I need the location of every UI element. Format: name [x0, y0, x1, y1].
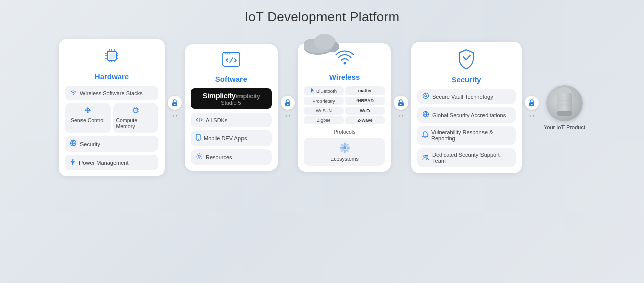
flower-icon — [339, 142, 350, 154]
proto-zwave[interactable]: Z-Wave — [345, 116, 385, 124]
iot-product: Your IoT Product — [544, 85, 585, 130]
ecosystems-label: Ecosystems — [330, 156, 359, 162]
svg-rect-59 — [400, 104, 402, 105]
proto-zigbee[interactable]: Zigbee — [304, 116, 344, 124]
iot-product-image — [546, 85, 583, 121]
hardware-security-label: Security — [80, 141, 100, 147]
svg-point-56 — [345, 143, 349, 147]
globe-icon — [70, 139, 77, 148]
svg-point-38 — [224, 53, 225, 54]
software-item-sdks[interactable]: All SDKs — [191, 113, 272, 127]
simplicity-product: Studio 5 — [197, 100, 266, 106]
svg-point-52 — [339, 147, 343, 149]
security-item-support-team[interactable]: Dedicated Security Support Team — [417, 148, 516, 167]
svg-rect-47 — [287, 104, 289, 105]
proto-thread-label: ᵮHREAD — [356, 98, 374, 104]
arrows-icon — [84, 107, 91, 115]
wireless-title: Wireless — [329, 73, 360, 81]
svg-point-54 — [340, 143, 344, 147]
svg-point-63 — [425, 95, 427, 97]
security-card: Security Secure Vault Technology — [411, 42, 522, 173]
svg-point-39 — [226, 53, 227, 54]
simplicity-logo[interactable]: Simplicityimplicity Studio 5 — [191, 88, 272, 109]
software-sdks-label: All SDKs — [206, 117, 227, 123]
software-mobile-label: Mobile DEV Apps — [204, 135, 247, 142]
security-item-accreditations[interactable]: Global Security Accreditations — [417, 107, 516, 123]
svg-rect-74 — [557, 93, 572, 114]
proto-wisun[interactable]: Wi-SUN — [304, 107, 344, 115]
hardware-item-compute[interactable]: Compute Memory — [113, 103, 159, 133]
hardware-item-wireless-stacks[interactable]: Wireless Software Stacks — [65, 86, 158, 100]
svg-point-62 — [423, 93, 429, 99]
hardware-sense-label: Sense Control — [71, 117, 105, 123]
security-item-vault[interactable]: Secure Vault Technology — [417, 89, 516, 104]
svg-point-48 — [343, 62, 346, 65]
hardware-item-security[interactable]: Security — [65, 136, 158, 152]
connector-hw-sw: ↔ — [165, 96, 185, 120]
svg-point-40 — [228, 53, 229, 54]
svg-line-60 — [463, 57, 466, 60]
bolt-icon — [70, 158, 76, 167]
svg-point-69 — [424, 155, 426, 157]
proto-bluetooth[interactable]: Bluetooth — [304, 86, 344, 95]
software-resources-label: Resources — [206, 154, 232, 160]
chip-sm-icon — [132, 107, 139, 115]
svg-point-45 — [198, 155, 200, 157]
mobile-icon — [196, 134, 201, 143]
proto-zwave-label: Z-Wave — [358, 118, 373, 123]
svg-point-55 — [345, 148, 349, 152]
lock-icon-3 — [394, 96, 408, 110]
connector-sw-wireless: ↔ — [278, 96, 298, 120]
proto-zigbee-label: Zigbee — [317, 118, 331, 123]
hardware-item-sense[interactable]: Sense Control — [65, 103, 111, 133]
people-icon — [422, 154, 429, 162]
svg-line-41 — [230, 58, 233, 63]
arrow-3: ↔ — [397, 112, 405, 120]
hardware-card: Hardware Wireless Software Stacks — [59, 39, 165, 176]
wifi-icon — [70, 89, 77, 97]
proto-wisun-label: Wi-SUN — [316, 108, 332, 113]
svg-point-5 — [314, 34, 335, 50]
svg-point-49 — [343, 146, 346, 149]
svg-line-61 — [466, 55, 470, 60]
protocols-grid: Bluetooth matter Proprietary ᵮHREAD Wi-S… — [304, 86, 385, 124]
svg-rect-23 — [135, 109, 137, 111]
iot-product-label: Your IoT Product — [544, 124, 585, 130]
svg-rect-72 — [531, 104, 533, 105]
wireless-ecosystems[interactable]: Ecosystems — [304, 138, 385, 166]
hardware-power-label: Power Management — [79, 160, 128, 166]
svg-point-70 — [426, 155, 428, 157]
bell-icon — [422, 131, 428, 140]
lock-icon-1 — [168, 96, 182, 110]
software-item-resources[interactable]: Resources — [191, 149, 272, 165]
svg-point-50 — [343, 143, 345, 146]
hardware-compute-label: Compute Memory — [116, 117, 156, 129]
proto-wifi[interactable]: Wi-Fi — [345, 107, 385, 115]
vault-icon — [422, 92, 429, 101]
gear-icon — [196, 153, 203, 161]
svg-point-57 — [340, 148, 344, 152]
lock-icon-4 — [525, 96, 539, 110]
arrow-4: ↔ — [528, 112, 536, 120]
security-icon — [457, 49, 475, 71]
proto-matter[interactable]: matter — [345, 86, 385, 95]
security-item-vulnerability[interactable]: Vulnerability Response & Reporting — [417, 126, 516, 145]
hardware-icon — [102, 46, 122, 68]
hardware-item-power[interactable]: Power Management — [65, 155, 158, 170]
proto-wifi-label: Wi-Fi — [360, 108, 370, 113]
security-vulnerability-label: Vulnerability Response & Reporting — [431, 129, 511, 142]
security-vault-label: Secure Vault Technology — [432, 94, 493, 100]
software-title: Software — [215, 75, 247, 83]
svg-rect-7 — [109, 53, 115, 59]
software-item-mobile[interactable]: Mobile DEV Apps — [191, 130, 272, 146]
proto-proprietary-label: Proprietary — [313, 99, 335, 104]
connector-security-iot: ↔ — [522, 96, 542, 120]
hardware-title: Hardware — [95, 72, 129, 81]
code-sm-icon — [196, 116, 203, 124]
proto-proprietary[interactable]: Proprietary — [304, 97, 344, 105]
svg-rect-35 — [174, 104, 176, 105]
proto-thread[interactable]: ᵮHREAD — [345, 97, 385, 105]
cloud-icon — [302, 29, 342, 55]
security-support-label: Dedicated Security Support Team — [432, 152, 511, 164]
accreditation-icon — [422, 111, 429, 119]
